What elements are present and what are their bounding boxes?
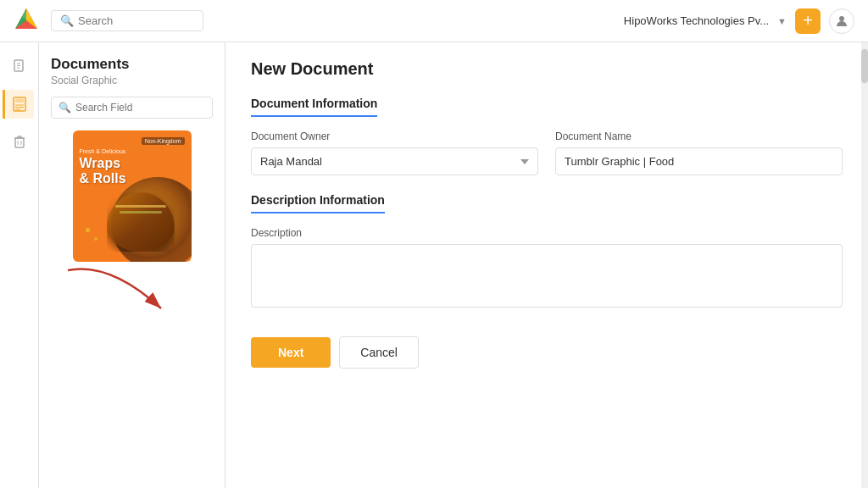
company-name: HipoWorks Technologies Pv... bbox=[624, 14, 769, 27]
svg-point-4 bbox=[839, 16, 844, 21]
arrow-annotation bbox=[42, 262, 178, 330]
search-field-icon: 🔍 bbox=[58, 102, 71, 114]
owner-group: Document Owner Raja Mandal bbox=[251, 130, 538, 175]
description-group: Description bbox=[251, 227, 843, 308]
sidebar-icons bbox=[0, 42, 39, 488]
top-navigation: 🔍 HipoWorks Technologies Pv... ▼ + bbox=[0, 0, 868, 42]
svg-rect-14 bbox=[15, 138, 24, 147]
app-logo bbox=[14, 7, 39, 36]
scrollbar-thumb[interactable] bbox=[861, 49, 868, 83]
scrollbar-track[interactable] bbox=[861, 42, 868, 488]
page-title: New Document bbox=[251, 59, 843, 79]
search-bar[interactable]: 🔍 bbox=[51, 10, 203, 31]
search-input[interactable] bbox=[78, 14, 188, 27]
description-info-section: Description Information Description bbox=[251, 192, 843, 308]
thumb-tag: Non-Kingdom bbox=[142, 137, 185, 145]
topnav-right: HipoWorks Technologies Pv... ▼ + bbox=[624, 8, 854, 34]
document-thumbnail: Non-Kingdom Fresh & Delicious Wraps& Rol… bbox=[73, 130, 192, 262]
thumb-subtitle: Fresh & Delicious bbox=[80, 148, 126, 154]
desc-info-heading: Description Information bbox=[251, 193, 385, 214]
doc-name-label: Document Name bbox=[555, 130, 843, 142]
field-search-wrap[interactable]: 🔍 bbox=[51, 97, 213, 119]
chevron-down-icon: ▼ bbox=[777, 16, 787, 26]
sidebar-item-document[interactable] bbox=[5, 53, 34, 81]
right-content: New Document Document Information Docume… bbox=[225, 42, 868, 488]
search-field-input[interactable] bbox=[75, 102, 194, 114]
doc-info-heading: Document Information bbox=[251, 97, 377, 117]
panel-subtitle: Social Graphic bbox=[51, 75, 213, 86]
main-layout: Documents Social Graphic 🔍 Non-Kingdom F… bbox=[0, 42, 868, 488]
description-label: Description bbox=[251, 227, 843, 239]
doc-info-form-row: Document Owner Raja Mandal Document Name bbox=[251, 130, 843, 175]
doc-name-input[interactable] bbox=[555, 147, 843, 175]
owner-label: Document Owner bbox=[251, 130, 538, 142]
panel-title: Documents bbox=[51, 56, 213, 73]
description-textarea[interactable] bbox=[251, 244, 843, 308]
sidebar-item-trash[interactable] bbox=[5, 127, 34, 156]
decor-dot bbox=[86, 228, 90, 232]
button-row: Next Cancel bbox=[251, 328, 843, 369]
svg-rect-10 bbox=[15, 99, 24, 103]
next-button[interactable]: Next bbox=[251, 337, 331, 368]
sidebar-item-template[interactable] bbox=[3, 90, 34, 119]
decor-dot-2 bbox=[94, 237, 97, 241]
thumb-title: Wraps& Rolls bbox=[80, 156, 126, 186]
svg-point-3 bbox=[22, 11, 31, 19]
left-panel: Documents Social Graphic 🔍 Non-Kingdom F… bbox=[39, 42, 225, 488]
document-info-section: Document Information Document Owner Raja… bbox=[251, 96, 843, 175]
doc-name-group: Document Name bbox=[555, 130, 843, 175]
food-overlay bbox=[107, 192, 175, 252]
search-icon: 🔍 bbox=[60, 14, 74, 27]
add-button[interactable]: + bbox=[795, 8, 821, 34]
user-avatar[interactable] bbox=[829, 8, 854, 34]
owner-select[interactable]: Raja Mandal bbox=[251, 147, 538, 175]
cancel-button[interactable]: Cancel bbox=[339, 336, 419, 369]
